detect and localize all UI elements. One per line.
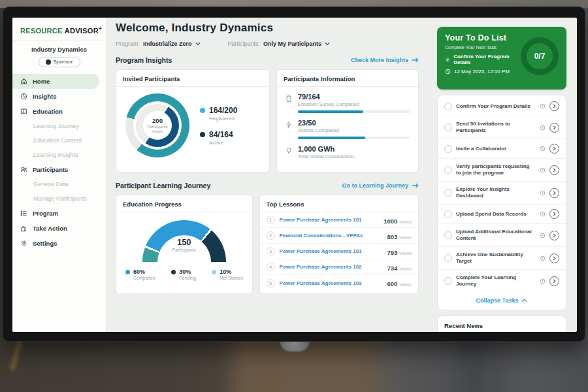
task-checkbox[interactable] (444, 145, 452, 153)
task-checkbox[interactable] (444, 277, 452, 285)
todo-title: Your To Do List (445, 33, 521, 42)
lesson-row: 5 Power Purchase Agreements 103 600views (260, 275, 418, 291)
task-row-send-invitations[interactable]: Send 50 Invitations to Participants (438, 116, 566, 139)
participants-select[interactable]: Participants: Only My Participants (228, 41, 331, 47)
task-label: Send 50 Invitations to Participants (456, 121, 536, 134)
task-label: Verify participants requesting to join t… (456, 163, 536, 176)
task-checkbox[interactable] (444, 166, 452, 174)
task-open-button[interactable] (549, 123, 559, 133)
check-more-insights-link[interactable]: Check More Insights (351, 57, 419, 63)
clock-icon (445, 69, 451, 74)
task-row-complete-learning-journey[interactable]: Complete Your Learning Journey (438, 270, 566, 292)
sidebar-item-label: Participants (33, 166, 68, 173)
sidebar-item-label: Insights (33, 93, 56, 100)
sidebar-item-learning-insights[interactable]: Learning Insights (12, 148, 106, 162)
go-to-learning-journey-label: Go to Learning Journey (342, 182, 408, 189)
sponsor-label: Sponsor (54, 59, 73, 65)
task-open-button[interactable] (549, 188, 559, 198)
lesson-views: 1000 (384, 218, 397, 225)
task-row-verify-participants[interactable]: Verify participants requesting to join t… (438, 159, 566, 182)
todo-progress-ring: 0/7 (521, 37, 559, 75)
invited-participants-donut-chart: 200 Participants Invited (125, 93, 189, 157)
task-checkbox[interactable] (444, 123, 452, 131)
completed-dot-icon (125, 270, 130, 274)
task-open-button[interactable] (549, 209, 559, 219)
pending-dot-icon (171, 270, 176, 274)
lesson-rank: 5 (267, 279, 275, 287)
task-open-button[interactable] (549, 253, 559, 263)
task-checkbox[interactable] (444, 254, 452, 262)
chevron-right-icon (553, 279, 556, 284)
registered-dot-icon (200, 108, 205, 113)
learning-journey-header: Participant Learning Journey Go to Learn… (116, 182, 419, 189)
sidebar-item-program[interactable]: Program (12, 206, 106, 221)
legend-pending: 30% Pending (171, 269, 196, 280)
bulb-icon (285, 147, 293, 155)
task-row-explore-insights[interactable]: Explore Your Insights Dashboard (438, 182, 566, 204)
lesson-link[interactable]: Power Purchase Agreements 101 (280, 248, 383, 254)
check-more-insights-label: Check More Insights (351, 57, 408, 63)
donut-center: 200 Participants Invited (143, 111, 172, 140)
dashboard-screen: RESOURCE ADVISOR+ Industry Dynamics Spon… (12, 18, 577, 332)
pinfo-row-consumption: 1,000 GWh Total Global Consumption (277, 139, 418, 159)
invited-participants-card: Invited Participants 200 Participants In… (116, 69, 270, 172)
survey-progress-fill (298, 110, 363, 113)
actions-progress-fill (298, 137, 365, 139)
education-progress-card: Education Progress 150 Participants (116, 195, 253, 294)
sidebar-item-take-action[interactable]: Take Action (12, 221, 106, 236)
sidebar-item-settings[interactable]: Settings (12, 236, 106, 251)
sidebar-item-education-content[interactable]: Education Content (12, 133, 106, 148)
task-checkbox[interactable] (444, 103, 452, 110)
task-row-confirm-program[interactable]: Confirm Your Program Details (438, 97, 566, 116)
actions-progress-track (298, 137, 410, 139)
survey-progress-track (298, 110, 410, 113)
sidebar-item-general-data[interactable]: General Data (12, 177, 106, 191)
views-word: views (399, 250, 412, 256)
sidebar-item-manage-participants[interactable]: Manage Participants (12, 191, 106, 206)
sidebar-item-education[interactable]: Education (12, 104, 106, 119)
lesson-link[interactable]: Power Purchase Agreements 102 (280, 264, 383, 270)
task-row-upload-spend-data[interactable]: Upload Spend Data Records (438, 204, 566, 224)
task-open-button[interactable] (549, 101, 559, 111)
completed-pct: 60% (133, 269, 155, 275)
lesson-link[interactable]: Financial Considerations - VPPAs (280, 233, 383, 238)
sidebar-item-home[interactable]: Home (12, 74, 99, 89)
lesson-link[interactable]: Power Purchase Agreements 103 (280, 280, 383, 286)
program-select[interactable]: Program: Industrialize Zero (116, 41, 201, 47)
task-row-invite-collaborator[interactable]: Invite a Collaborator (438, 139, 566, 159)
gauge-center-value: 150 (142, 237, 226, 247)
lesson-rank: 4 (267, 263, 275, 271)
lesson-rank: 3 (267, 247, 275, 255)
task-open-button[interactable] (549, 231, 559, 240)
chevron-down-icon (325, 42, 330, 46)
lesson-views: 793 (387, 249, 397, 256)
lesson-link[interactable]: Power Purchase Agreements 101 (280, 217, 380, 223)
sidebar-item-label: Take Action (33, 225, 67, 232)
sidebar-item-learning-journey[interactable]: Learning Journey (12, 119, 106, 133)
task-open-button[interactable] (549, 276, 559, 286)
task-checkbox[interactable] (444, 210, 452, 218)
go-to-learning-journey-link[interactable]: Go to Learning Journey (342, 182, 419, 189)
active-value: 84/164 (209, 130, 233, 139)
views-word: views (399, 235, 412, 240)
home-icon (20, 78, 27, 85)
donut-center-value: 200 (152, 117, 163, 124)
collapse-tasks-link[interactable]: Collapse Tasks (438, 292, 566, 308)
task-open-button[interactable] (549, 165, 559, 175)
task-row-achieve-target[interactable]: Achieve One Sustainability Target (438, 247, 566, 270)
sidebar-item-participants[interactable]: Participants (12, 162, 106, 177)
sidebar-item-label: Education (33, 108, 63, 115)
task-checkbox[interactable] (444, 231, 452, 239)
task-checkbox[interactable] (444, 189, 452, 197)
not-started-label: Not Started (220, 276, 242, 280)
chevron-right-icon (553, 125, 556, 130)
legend-completed: 60% Completed (125, 269, 155, 280)
registered-label: Registered (209, 116, 237, 122)
brand-logo[interactable]: RESOURCE ADVISOR+ (12, 24, 106, 41)
task-open-button[interactable] (549, 144, 559, 154)
program-icon (20, 210, 27, 217)
lesson-row: 4 Power Purchase Agreements 102 734views (260, 259, 418, 275)
sidebar-item-insights[interactable]: Insights (12, 89, 106, 104)
clock-icon (540, 167, 546, 173)
task-row-upload-educational-content[interactable]: Upload Additional Educational Content (438, 224, 566, 247)
